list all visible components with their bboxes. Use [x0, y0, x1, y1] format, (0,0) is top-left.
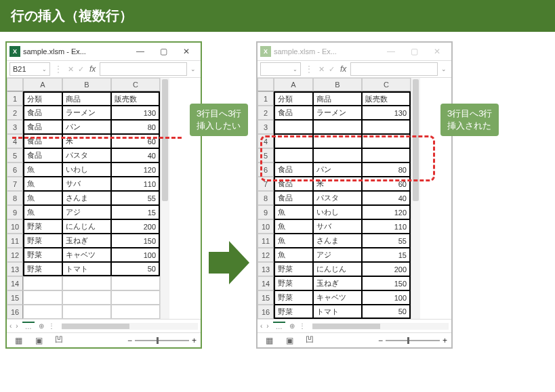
cell[interactable]: サバ — [62, 177, 111, 191]
cell[interactable]: いわし — [62, 162, 111, 177]
row-header[interactable]: 1 — [7, 91, 23, 106]
view-pagebreak-icon[interactable]: 凹 — [302, 335, 317, 346]
cell[interactable]: 野菜 — [23, 262, 62, 276]
chevron-down-icon[interactable]: ⌄ — [42, 66, 47, 72]
cell[interactable] — [274, 120, 313, 134]
new-sheet-button[interactable]: ⊕ — [39, 322, 44, 330]
row-header[interactable]: 3 — [258, 120, 274, 134]
sheet-tab[interactable]: … — [22, 322, 35, 330]
cell[interactable]: 130 — [362, 106, 411, 120]
cancel-icon[interactable]: ✕ — [317, 65, 326, 74]
zoom-control[interactable]: − + — [323, 336, 447, 345]
row-header[interactable]: 8 — [7, 191, 23, 205]
cell[interactable]: キャベツ — [313, 290, 362, 305]
sheet-nav-prev[interactable]: ‹ — [9, 322, 12, 330]
cell[interactable] — [62, 305, 111, 319]
cell[interactable]: 販売数 — [362, 91, 411, 106]
cell[interactable]: 100 — [111, 248, 160, 262]
row-header[interactable]: 15 — [7, 290, 23, 305]
cell[interactable]: 食品 — [23, 148, 62, 162]
cell[interactable]: キャベツ — [62, 248, 111, 262]
row-header[interactable]: 2 — [7, 106, 23, 120]
cell[interactable]: 野菜 — [23, 248, 62, 262]
enter-icon[interactable]: ✓ — [77, 65, 85, 74]
cell[interactable]: 玉ねぎ — [313, 276, 362, 290]
row-header[interactable]: 8 — [258, 191, 274, 205]
horizontal-scrollbar[interactable] — [312, 323, 449, 330]
sheet-nav-next[interactable]: › — [16, 322, 18, 330]
cell[interactable] — [23, 305, 62, 319]
cell[interactable]: アジ — [313, 248, 362, 262]
cell[interactable] — [62, 290, 111, 305]
row-header[interactable]: 11 — [7, 234, 23, 248]
row-header[interactable]: 15 — [258, 290, 274, 305]
row-header[interactable]: 2 — [258, 106, 274, 120]
fx-icon[interactable]: fx — [337, 64, 349, 74]
cell[interactable]: 80 — [111, 120, 160, 134]
cell[interactable] — [62, 276, 111, 290]
cell[interactable]: 130 — [111, 106, 160, 120]
cell[interactable]: 魚 — [23, 177, 62, 191]
select-all-corner[interactable] — [258, 78, 274, 91]
fx-icon[interactable]: fx — [87, 64, 98, 74]
cell[interactable] — [313, 120, 362, 134]
cell[interactable]: 魚 — [274, 248, 313, 262]
cell[interactable]: サバ — [313, 219, 362, 234]
cell[interactable]: パスタ — [313, 191, 362, 205]
col-header-c[interactable]: C — [111, 78, 160, 91]
row-header[interactable]: 9 — [258, 205, 274, 219]
cell[interactable]: 食品 — [23, 106, 62, 120]
vertical-scrollbar[interactable] — [411, 78, 420, 319]
cell[interactable] — [362, 120, 411, 134]
cell[interactable]: 野菜 — [23, 219, 62, 234]
cell[interactable]: 野菜 — [274, 262, 313, 276]
cell[interactable]: 野菜 — [274, 305, 313, 319]
cell[interactable]: 野菜 — [274, 290, 313, 305]
view-pagebreak-icon[interactable]: 凹 — [52, 335, 66, 346]
cell[interactable]: トマト — [313, 305, 362, 319]
row-header[interactable]: 13 — [258, 262, 274, 276]
col-header-a[interactable]: A — [23, 78, 62, 91]
close-button[interactable]: ✕ — [426, 44, 449, 59]
row-header[interactable]: 13 — [7, 262, 23, 276]
zoom-slider[interactable] — [135, 340, 189, 341]
name-box[interactable]: ⌄ — [260, 62, 301, 76]
cell[interactable]: 40 — [111, 148, 160, 162]
row-header[interactable]: 16 — [258, 305, 274, 319]
sheet-nav-next[interactable]: › — [266, 322, 268, 330]
cell[interactable]: 55 — [362, 234, 411, 248]
cell[interactable]: 魚 — [274, 205, 313, 219]
cell[interactable]: ラーメン — [62, 106, 111, 120]
col-header-b[interactable]: B — [313, 78, 362, 91]
minimize-button[interactable]: — — [129, 44, 152, 59]
cell[interactable]: 食品 — [274, 191, 313, 205]
row-header[interactable]: 14 — [7, 276, 23, 290]
col-header-c[interactable]: C — [362, 78, 411, 91]
cell[interactable] — [23, 290, 62, 305]
row-header[interactable]: 10 — [258, 219, 274, 234]
cell[interactable]: 分類 — [274, 91, 313, 106]
name-box[interactable]: B21⌄ — [9, 62, 50, 76]
row-header[interactable]: 3 — [7, 120, 23, 134]
cell[interactable]: 野菜 — [23, 234, 62, 248]
zoom-control[interactable]: − + — [72, 336, 197, 345]
row-header[interactable]: 1 — [258, 91, 274, 106]
row-header[interactable]: 9 — [7, 205, 23, 219]
row-header[interactable]: 12 — [7, 248, 23, 262]
cell[interactable]: 40 — [362, 191, 411, 205]
cell[interactable]: 商品 — [62, 91, 111, 106]
cell[interactable]: 魚 — [274, 219, 313, 234]
cell[interactable]: 55 — [111, 191, 160, 205]
cell[interactable]: 魚 — [23, 205, 62, 219]
cell[interactable]: にんじん — [62, 219, 111, 234]
cell[interactable]: いわし — [313, 205, 362, 219]
view-normal-icon[interactable]: ▦ — [11, 335, 26, 346]
cell[interactable]: トマト — [62, 262, 111, 276]
cell[interactable] — [23, 276, 62, 290]
enter-icon[interactable]: ✓ — [327, 65, 336, 74]
maximize-button[interactable]: ▢ — [403, 44, 426, 59]
cell[interactable]: パン — [62, 120, 111, 134]
minimize-button[interactable]: — — [379, 44, 403, 59]
formula-bar[interactable] — [350, 62, 438, 76]
sheet-nav-prev[interactable]: ‹ — [260, 322, 262, 330]
